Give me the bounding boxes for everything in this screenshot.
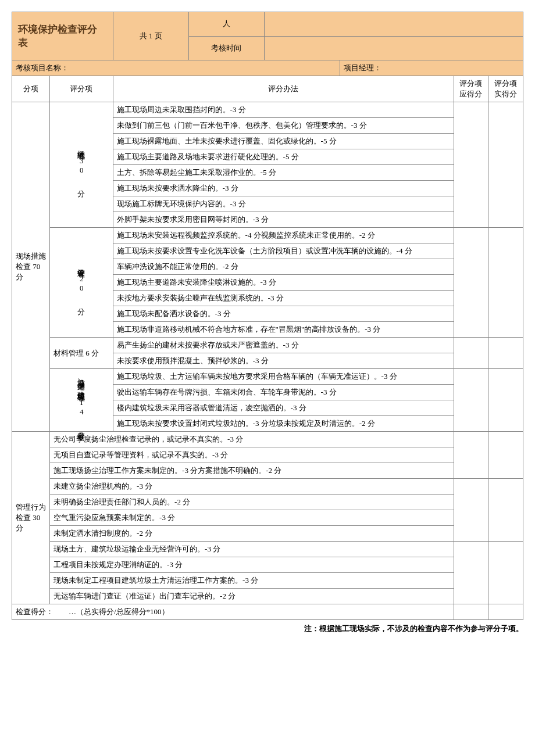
footnote: 注：根据施工现场实际，不涉及的检查内容不作为参与评分子项。 <box>12 620 523 634</box>
score-should-cell[interactable] <box>454 338 488 369</box>
col-subitem: 评分项 <box>50 76 113 102</box>
check-score-label: 检查得分： <box>16 607 54 616</box>
table-row: 现场土方、建筑垃圾运输企业无经营许可的。-3 分 <box>12 542 523 557</box>
score-actual-cell[interactable] <box>488 369 523 432</box>
score-should-cell[interactable] <box>454 102 488 228</box>
table-row: 施工现场扬尘治理工作方案未制定的。-3 分方案措施不明确的。-2 分 <box>12 463 523 479</box>
col-method: 评分办法 <box>113 76 454 102</box>
criteria-cell: 无运输车辆进门查证（准运证）出门查车记录的。-2 分 <box>50 589 454 604</box>
criteria-cell: 无项目自查记录等管理资料，或记录不真实的。-3 分 <box>50 447 454 463</box>
score-actual-cell[interactable] <box>488 228 523 338</box>
criteria-cell: 施工现场裸露地面、土堆未按要求进行覆盖、固化或绿化的。-5 分 <box>113 134 454 149</box>
criteria-cell: 施工现场垃圾、土方运输车辆未按地方要求采用合格车辆的（车辆无准运证）。-3 分 <box>113 369 454 385</box>
footer-score-row: 检查得分： …（总实得分/总应得分*100） <box>12 604 523 620</box>
score-should-cell[interactable] <box>454 542 488 604</box>
page-info: 共 1 页 <box>113 12 188 60</box>
criteria-cell: 未明确扬尘治理责任部门和人员的。-2 分 <box>50 495 454 510</box>
criteria-cell: 施工现场非道路移动机械不符合地方标准，存在"冒黑烟"的高排放设备的。-3 分 <box>113 322 454 338</box>
sub-site-manage: 场地管理 30 分 <box>50 102 113 228</box>
table-row: 设备管理 20 分 施工现场未安装远程视频监控系统的。-4 分视频监控系统未正常… <box>12 228 523 243</box>
project-name-label[interactable]: 考核项目名称： <box>12 60 340 76</box>
col-score-actual: 评分项实得分 <box>488 76 523 102</box>
category-management: 管理行为检查 30 分 <box>12 432 50 604</box>
sub-equipment-manage: 设备管理 20 分 <box>50 228 113 338</box>
person-value[interactable] <box>265 12 523 37</box>
criteria-cell: 未做到门前三包（门前一百米包干净、包秩序、包美化）管理要求的。-3 分 <box>113 118 454 134</box>
table-row: 无运输车辆进门查证（准运证）出门查车记录的。-2 分 <box>12 589 523 604</box>
criteria-cell: 驶出运输车辆存在号牌污损、车箱未闭合、车轮车身带泥的。-3 分 <box>113 385 454 400</box>
score-actual-cell[interactable] <box>488 338 523 369</box>
criteria-cell: 易产生扬尘的建材未按要求存放或未严密遮盖的。-3 分 <box>113 338 454 353</box>
criteria-cell: 土方、拆除等易起尘施工未采取湿作业的。-5 分 <box>113 165 454 181</box>
score-should-cell[interactable] <box>454 228 488 338</box>
category-onsite: 现场措施检查 70 分 <box>12 102 50 432</box>
criteria-cell: 施工现场扬尘治理工作方案未制定的。-3 分方案措施不明确的。-2 分 <box>50 463 454 479</box>
criteria-cell: 现场未制定工程项目建筑垃圾土方清运治理工作方案的。-3 分 <box>50 573 454 589</box>
check-score-cell[interactable]: 检查得分： …（总实得分/总应得分*100） <box>12 604 454 620</box>
footer-should-cell[interactable] <box>454 604 488 620</box>
score-should-cell[interactable] <box>454 479 488 542</box>
col-score-should: 评分项应得分 <box>454 76 488 102</box>
column-header-row: 分项 评分项 评分办法 评分项应得分 评分项实得分 <box>12 76 523 102</box>
table-row: 管理行为检查 30 分 无公司季度扬尘治理检查记录的，或记录不真实的。-3 分 <box>12 432 523 447</box>
criteria-cell: 施工现场未安装远程视频监控系统的。-4 分视频监控系统未正常使用的。-2 分 <box>113 228 454 243</box>
criteria-cell: 现场土方、建筑垃圾运输企业无经营许可的。-3 分 <box>50 542 454 557</box>
time-value[interactable] <box>265 36 523 60</box>
criteria-cell: 施工现场主要道路未安装降尘喷淋设施的。-3 分 <box>113 275 454 291</box>
criteria-cell: 现场施工标牌无环境保护内容的。-3 分 <box>113 196 454 212</box>
table-row: 垃圾乃土方储运、建筑垃圾管理 14 分存输 施工现场垃圾、土方运输车辆未按地方要… <box>12 369 523 385</box>
score-actual-cell[interactable] <box>488 479 523 542</box>
sub-material-manage: 材料管理 6 分 <box>50 338 113 369</box>
form-title: 环境保护检查评分表 <box>12 12 113 60</box>
table-row: 现场措施检查 70 分 场地管理 30 分 施工现场周边未采取围挡封闭的。-3 … <box>12 102 523 118</box>
person-label: 人 <box>188 12 264 37</box>
criteria-cell: 未按地方要求安装扬尘噪声在线监测系统的。-3 分 <box>113 291 454 306</box>
criteria-cell: 外脚手架未按要求采用密目网等封闭的。-3 分 <box>113 212 454 228</box>
criteria-cell: 车辆冲洗设施不能正常使用的。-2 分 <box>113 259 454 275</box>
manager-label[interactable]: 项目经理： <box>340 60 523 76</box>
criteria-cell: 未建立扬尘治理机构的。-3 分 <box>50 479 454 495</box>
scoring-table: 环境保护检查评分表 共 1 页 人 考核时间 考核项目名称： 项目经理： 分项 … <box>12 12 523 620</box>
header-row-1: 环境保护检查评分表 共 1 页 人 <box>12 12 523 37</box>
score-actual-cell[interactable] <box>488 102 523 228</box>
table-row: 未建立扬尘治理机构的。-3 分 <box>12 479 523 495</box>
table-row: 未明确扬尘治理责任部门和人员的。-2 分 <box>12 495 523 510</box>
table-row: 无项目自查记录等管理资料，或记录不真实的。-3 分 <box>12 447 523 463</box>
criteria-cell: 施工现场主要道路及场地未要求进行硬化处理的。-5 分 <box>113 149 454 165</box>
criteria-cell: 空气重污染应急预案未制定的。-3 分 <box>50 510 454 526</box>
criteria-cell: 施工现场周边未采取围挡封闭的。-3 分 <box>113 102 454 118</box>
footer-actual-cell[interactable] <box>488 604 523 620</box>
criteria-cell: 无公司季度扬尘治理检查记录的，或记录不真实的。-3 分 <box>50 432 454 447</box>
table-row: 未制定洒水清扫制度的。-2 分 <box>12 526 523 542</box>
criteria-cell: 施工现场未按要求洒水降尘的。-3 分 <box>113 181 454 196</box>
criteria-cell: 未按要求使用预拌混凝土、预拌砂浆的。-3 分 <box>113 353 454 369</box>
criteria-cell: 施工现场未按要求设置专业化洗车设备（土方阶段项目）或设置冲洗车辆的设施的。-4 … <box>113 243 454 259</box>
sub-waste-transport: 垃圾乃土方储运、建筑垃圾管理 14 分存输 <box>50 369 113 432</box>
score-should-cell[interactable] <box>454 432 488 479</box>
criteria-cell: 楼内建筑垃圾未采用容器或管道清运，凌空抛洒的。-3 分 <box>113 400 454 416</box>
table-row: 现场未制定工程项目建筑垃圾土方清运治理工作方案的。-3 分 <box>12 573 523 589</box>
score-should-cell[interactable] <box>454 369 488 432</box>
project-row: 考核项目名称： 项目经理： <box>12 60 523 76</box>
criteria-cell: 施工现场未配备洒水设备的。-3 分 <box>113 306 454 322</box>
col-category: 分项 <box>12 76 50 102</box>
table-row: 空气重污染应急预案未制定的。-3 分 <box>12 510 523 526</box>
score-actual-cell[interactable] <box>488 432 523 479</box>
table-row: 工程项目未按规定办理消纳证的。-3 分 <box>12 557 523 573</box>
criteria-cell: 施工现场未按要求设置封闭式垃圾站的。-3 分垃圾未按规定及时清运的。-2 分 <box>113 416 454 432</box>
time-label: 考核时间 <box>188 36 264 60</box>
criteria-cell: 工程项目未按规定办理消纳证的。-3 分 <box>50 557 454 573</box>
table-row: 材料管理 6 分 易产生扬尘的建材未按要求存放或未严密遮盖的。-3 分 <box>12 338 523 353</box>
check-score-formula: …（总实得分/总应得分*100） <box>69 607 169 616</box>
criteria-cell: 未制定洒水清扫制度的。-2 分 <box>50 526 454 542</box>
score-actual-cell[interactable] <box>488 542 523 604</box>
